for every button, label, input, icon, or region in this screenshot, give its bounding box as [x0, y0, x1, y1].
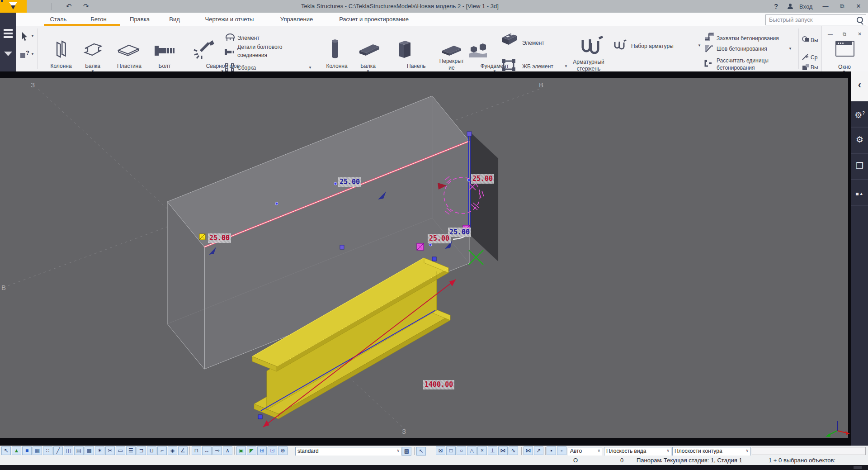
concrete-beam-button[interactable]: Балка: [358, 63, 378, 69]
undo-icon[interactable]: ↶: [66, 2, 72, 11]
peak-icon[interactable]: ∧: [223, 446, 232, 455]
clipped-icon-3[interactable]: [802, 64, 809, 70]
concrete-column-icon[interactable]: [330, 38, 340, 59]
clipped-label-3[interactable]: Вы: [811, 64, 818, 71]
cip-element-button[interactable]: ЖБ элемент: [522, 63, 553, 70]
clipped-label-2[interactable]: Ср: [811, 54, 817, 61]
cip-element-dropdown-icon[interactable]: ▼: [564, 64, 568, 68]
select-components-icon[interactable]: ⊞: [257, 446, 267, 455]
snap-intersection-icon[interactable]: ×: [477, 446, 487, 455]
help-icon[interactable]: ?: [774, 2, 778, 11]
assembly-button[interactable]: Сборка: [237, 65, 256, 71]
select-arrow-icon[interactable]: [20, 31, 30, 41]
inquire-dropdown-icon[interactable]: ▼: [31, 52, 34, 56]
panel-button[interactable]: Панель: [407, 63, 434, 69]
snap-geometry-icon[interactable]: □: [446, 446, 456, 455]
rebar-label-1[interactable]: Арматурный: [569, 59, 609, 65]
model-pane-button[interactable]: ❒: [851, 154, 868, 180]
minimize-button[interactable]: —: [821, 3, 830, 9]
clipped-icon-1[interactable]: [802, 36, 809, 42]
slab-label-1[interactable]: Перекрыт: [435, 58, 468, 64]
steel-column-icon[interactable]: [55, 40, 68, 59]
message-field[interactable]: [752, 447, 866, 455]
tab-concrete[interactable]: Бетон: [85, 16, 112, 23]
select-arrow-dropdown-icon[interactable]: ▼: [31, 34, 34, 38]
snap-override-icon[interactable]: ⋈: [524, 446, 533, 455]
pour-unit-icon[interactable]: [704, 59, 713, 67]
tab-view[interactable]: Вид: [165, 16, 184, 23]
pour-joint-icon[interactable]: [704, 44, 713, 53]
bolt-detail-icon[interactable]: [224, 48, 235, 56]
bolt-detail-label-1[interactable]: Детали болтового: [237, 44, 283, 50]
cip-element-icon[interactable]: [502, 59, 515, 71]
panel-icon[interactable]: [396, 39, 413, 59]
window-icon[interactable]: [835, 41, 854, 57]
plate-icon[interactable]: [117, 43, 140, 57]
close-button[interactable]: ✕: [854, 3, 863, 9]
concrete-element-button[interactable]: Элемент: [522, 40, 544, 46]
steel-beam-icon[interactable]: [83, 42, 103, 57]
tab-manage[interactable]: Управление: [278, 16, 316, 23]
snap-triangle-icon[interactable]: △: [467, 446, 476, 455]
stretch-icon[interactable]: ↔: [202, 446, 212, 455]
pour-joint-dropdown-icon[interactable]: ▼: [788, 47, 792, 51]
components-pane-button[interactable]: ◼▲: [851, 180, 868, 206]
restore-button[interactable]: ⧉: [837, 3, 847, 10]
steel-beam-button[interactable]: Балка: [82, 63, 103, 69]
steel-element-button[interactable]: Элемент: [237, 35, 259, 41]
pour-break-button[interactable]: Захватки бетонирования: [717, 35, 779, 42]
status-ortho[interactable]: О: [573, 457, 578, 464]
view-minimize-icon[interactable]: —: [828, 31, 833, 37]
pour-unit-label-1[interactable]: Рассчитать единицы: [717, 57, 769, 64]
layers-icon[interactable]: ◈: [168, 446, 177, 455]
chamfer-handle-2[interactable]: [463, 225, 470, 232]
sidebar-expand-icon[interactable]: [4, 52, 12, 56]
solid-view-icon[interactable]: ◫: [64, 446, 73, 455]
pour-unit-label-2[interactable]: бетонирования: [717, 65, 755, 71]
snap-nearest-icon[interactable]: ∿: [509, 446, 518, 455]
weld-icon[interactable]: [193, 38, 215, 59]
slab-label-2[interactable]: ие: [435, 65, 468, 71]
concrete-element-icon[interactable]: [500, 32, 519, 47]
pour-joint-button[interactable]: Шов бетонирования: [717, 46, 767, 52]
plate-button[interactable]: Пластина: [115, 63, 144, 69]
window-button[interactable]: Окно: [832, 64, 857, 70]
snap-direction-icon[interactable]: ↗: [534, 446, 543, 455]
steel-column-button[interactable]: Колонна: [47, 63, 75, 69]
points-icon[interactable]: ∷: [43, 446, 52, 455]
cut-icon[interactable]: ✂: [105, 446, 115, 455]
steel-element-icon[interactable]: [225, 33, 235, 41]
corner-icon[interactable]: ⌐: [157, 446, 167, 455]
grid-lines-icon[interactable]: ▤: [74, 446, 84, 455]
profile-combo[interactable]: standard∨: [295, 447, 401, 456]
grid-points-icon[interactable]: ▩: [85, 446, 94, 455]
status-pan[interactable]: Панорама: [637, 457, 662, 464]
grid-icon[interactable]: ▦: [33, 446, 42, 455]
drag-drop-icon[interactable]: ▫: [557, 446, 566, 455]
tab-edit[interactable]: Правка: [126, 16, 154, 23]
chamfer-handle-1[interactable]: [417, 243, 424, 250]
view-render-icon[interactable]: ◤: [247, 446, 256, 455]
login-button[interactable]: Вход: [799, 3, 812, 10]
bolt-view-icon[interactable]: ⊐: [137, 446, 146, 455]
snap-depth-combo[interactable]: Авто∨: [568, 447, 602, 456]
view-plane-combo[interactable]: Плоскость вида∨: [604, 447, 671, 456]
fitting-icon[interactable]: ▭: [116, 446, 125, 455]
bolt-icon[interactable]: [154, 45, 175, 57]
footing-icon[interactable]: [468, 41, 488, 58]
smart-select-icon[interactable]: ↖: [416, 447, 426, 456]
snap-extension-icon[interactable]: ⋈: [498, 446, 508, 455]
properties-pane-button[interactable]: ⚙?: [851, 101, 868, 128]
snap-reference-icon[interactable]: ⊠: [436, 446, 445, 455]
direct-modification-icon[interactable]: ▲: [12, 446, 21, 455]
zoom-tool-icon[interactable]: ⊕: [278, 446, 288, 455]
clipped-label-1[interactable]: Вы: [811, 37, 818, 43]
assembly-dropdown-icon[interactable]: ▼: [308, 66, 312, 70]
snap-circle-icon[interactable]: ○: [457, 446, 466, 455]
snap-perpendicular-icon[interactable]: ⊥: [488, 446, 497, 455]
rebar-set-dropdown-icon[interactable]: ▼: [698, 43, 701, 47]
view-close-icon[interactable]: ✕: [858, 31, 862, 37]
tab-steel[interactable]: Сталь: [45, 16, 71, 23]
inquire-icon[interactable]: ?: [20, 49, 32, 59]
corner-handle-yellow[interactable]: [199, 234, 205, 240]
